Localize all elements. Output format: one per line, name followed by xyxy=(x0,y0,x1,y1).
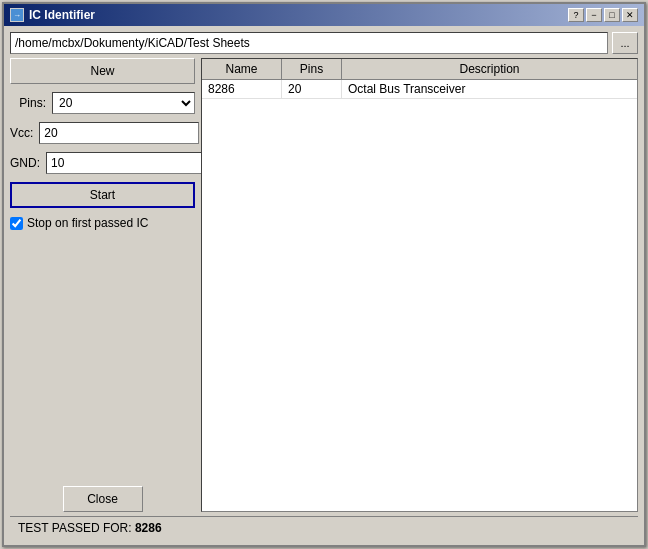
cell-description: Octal Bus Transceiver xyxy=(342,80,637,98)
gnd-row: GND: xyxy=(10,152,195,174)
cell-name: 8286 xyxy=(202,80,282,98)
pins-label: Pins: xyxy=(10,96,46,110)
cell-pins: 20 xyxy=(282,80,342,98)
path-input[interactable] xyxy=(10,32,608,54)
table-header: Name Pins Description xyxy=(202,59,637,80)
col-header-pins: Pins xyxy=(282,59,342,79)
status-value: 8286 xyxy=(135,521,162,535)
window-title: IC Identifier xyxy=(29,8,95,22)
pins-select[interactable]: 20 14 16 24 28 40 xyxy=(52,92,195,114)
start-button[interactable]: Start xyxy=(10,182,195,208)
title-bar: → IC Identifier ? − □ ✕ xyxy=(4,4,644,26)
status-prefix: TEST PASSED FOR: xyxy=(18,521,132,535)
browse-button[interactable]: ... xyxy=(612,32,638,54)
close-dialog-button[interactable]: Close xyxy=(63,486,143,512)
path-row: ... xyxy=(10,32,638,54)
minimize-button[interactable]: − xyxy=(586,8,602,22)
window-content: ... New Pins: 20 14 16 24 28 40 xyxy=(4,26,644,545)
status-bar: TEST PASSED FOR: 8286 xyxy=(10,516,638,539)
pins-row: Pins: 20 14 16 24 28 40 xyxy=(10,92,195,114)
vcc-row: Vcc: xyxy=(10,122,195,144)
gnd-label: GND: xyxy=(10,156,40,170)
title-buttons: ? − □ ✕ xyxy=(568,8,638,22)
table-row[interactable]: 8286 20 Octal Bus Transceiver xyxy=(202,80,637,99)
main-area: New Pins: 20 14 16 24 28 40 Vcc: xyxy=(10,58,638,512)
table-body: 8286 20 Octal Bus Transceiver xyxy=(202,80,637,511)
maximize-button[interactable]: □ xyxy=(604,8,620,22)
left-panel: New Pins: 20 14 16 24 28 40 Vcc: xyxy=(10,58,195,512)
help-button[interactable]: ? xyxy=(568,8,584,22)
col-header-description: Description xyxy=(342,59,637,79)
stop-label: Stop on first passed IC xyxy=(27,216,148,230)
col-header-name: Name xyxy=(202,59,282,79)
window-icon: → xyxy=(10,8,24,22)
new-button[interactable]: New xyxy=(10,58,195,84)
vcc-input[interactable] xyxy=(39,122,199,144)
close-button[interactable]: ✕ xyxy=(622,8,638,22)
gnd-input[interactable] xyxy=(46,152,206,174)
results-table: Name Pins Description 8286 20 Octal Bus … xyxy=(201,58,638,512)
title-bar-left: → IC Identifier xyxy=(10,8,95,22)
stop-checkbox[interactable] xyxy=(10,217,23,230)
vcc-label: Vcc: xyxy=(10,126,33,140)
stop-checkbox-row: Stop on first passed IC xyxy=(10,216,195,230)
main-window: → IC Identifier ? − □ ✕ ... New Pins: 20 xyxy=(2,2,646,547)
